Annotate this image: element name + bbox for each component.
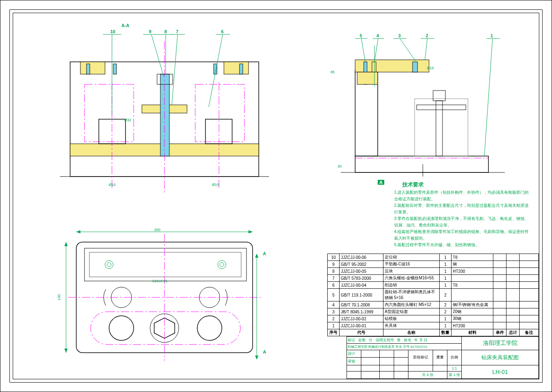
- svg-marker-53: [255, 356, 258, 360]
- section-arrow-A-bot: A: [263, 349, 266, 354]
- bom-row: 8JJZCJJ-00-05压块1HT200: [328, 268, 539, 275]
- svg-rect-31: [89, 252, 241, 277]
- bom-row: 7GB/T 5783-2000六角头螺栓-全螺纹M16×551: [328, 275, 539, 282]
- bom-hdr-code: 代号: [340, 329, 383, 336]
- req-title: 技术要求: [402, 181, 424, 188]
- tb-dept: 机械工程学院 机械设计制造及其 专业 学号 B17022213: [347, 344, 462, 350]
- tb-dwgno: LH-01: [462, 365, 539, 378]
- plan-view: [60, 226, 269, 369]
- title-block: 标记 处数 分 说明文档号 签 姓名 年 月 日 洛阳理工学院 机械工程学院 机…: [347, 336, 539, 379]
- bom-hdr-rem: 备注: [520, 329, 539, 336]
- tb-school: 洛阳理工学院: [462, 337, 539, 350]
- svg-marker-50: [64, 349, 68, 353]
- svg-line-69: [361, 39, 365, 63]
- bom-hdr-num: 序号: [328, 329, 340, 336]
- svg-line-25: [172, 34, 178, 105]
- drawing-frame: A-A 10 9 8 7 6 Ø32 Ø15 Ø15 200 110±0.01 …: [0, 0, 552, 392]
- bom-row: 1JJZCJJ-00-01夹具体1HT200: [328, 322, 539, 329]
- bom-row: 6JJZCJJ-00-04削边销1T8: [328, 282, 539, 289]
- bom-hdr-name: 名称: [383, 329, 440, 336]
- svg-rect-38: [91, 312, 240, 344]
- tb-role-design: 设计: [347, 350, 361, 358]
- section-label: A-A: [121, 23, 130, 28]
- dim-d32: Ø32: [124, 118, 131, 122]
- tb-weight: 重量: [433, 350, 447, 365]
- svg-marker-52: [255, 254, 258, 258]
- dim-d15c: Ø15: [427, 66, 434, 70]
- svg-point-39: [109, 316, 134, 340]
- bom-row: 5GB/T 119.1-2000圆柱销-不淬硬钢和奥氏体不锈钢 5×162: [328, 289, 539, 301]
- bom-row: 4GB/T 70.1-2008内六角圆柱头螺钉 M5×122钢/不锈钢/有色金属: [328, 301, 539, 308]
- svg-marker-46: [76, 230, 80, 233]
- dim-d15b: Ø15: [212, 183, 219, 187]
- req-1: 1.进入装配的零件及部件（包括外购件、外协件），均必须具有检验部门的合格证方能进…: [394, 189, 529, 202]
- tb-r1-5: 姓名: [404, 338, 411, 342]
- section-arrow-A-top: A: [263, 251, 266, 256]
- tb-r1-2: 分: [369, 338, 372, 342]
- balloon-leaders-left: [58, 33, 263, 136]
- bom-hdr-w2: 总计: [506, 329, 520, 336]
- bom-row: 2JJZCJJ-00-02钻模板130钢: [328, 315, 539, 322]
- svg-line-21: [151, 34, 164, 76]
- tb-scale: 1:1: [447, 365, 462, 371]
- svg-point-35: [220, 263, 224, 267]
- dim-130: 130: [57, 294, 61, 300]
- dim-110: 110±0.01: [152, 279, 167, 283]
- tb-r1-6: 年 月 日: [414, 338, 427, 342]
- req-3: 3.零件在装配前必须清理和清洗干净，不得有毛刺、飞边、氧化皮、锈蚀、切屑、油污、…: [394, 215, 529, 229]
- tb-role-check: 审核: [347, 358, 361, 365]
- tb-r1-1: 处数: [358, 338, 366, 342]
- dim-200: 200: [154, 228, 160, 232]
- bom-hdr-w1: 单件: [493, 329, 506, 336]
- tb-title: 钻床夹具装配图: [462, 350, 539, 365]
- tb-ratio: 比例: [447, 350, 462, 365]
- dim-h85: 85: [331, 70, 335, 74]
- tb-r1-0: 标记: [348, 338, 355, 342]
- dim-h30: 30: [338, 164, 342, 168]
- tb-stage: 阶段标记: [408, 350, 433, 365]
- tb-sheet-total: 共 6 张: [408, 371, 447, 378]
- bom-hdr-mat: 材料: [452, 329, 493, 336]
- tech-requirements: 技术要求 1.进入装配的零件及部件（包括外购件、外协件），均必须具有检验部门的合…: [394, 181, 529, 248]
- svg-line-71: [374, 39, 378, 62]
- bom-table: 10JJZCJJ-00-06定位销1T89GB/T 95-2002平垫圈-C级1…: [327, 254, 539, 336]
- req-4: 4.组装前严格检查并消除零件加工时残留的锐角、毛刺和异物。保证密封件装入时不被损…: [394, 229, 529, 242]
- bom-row: 10JJZCJJ-00-06定位销1T8: [328, 254, 539, 261]
- datum-A: A: [378, 180, 384, 185]
- balloon-leaders-right: [341, 37, 513, 160]
- svg-point-34: [218, 261, 226, 269]
- tb-r1-4: 签: [397, 338, 401, 342]
- svg-rect-30: [84, 248, 246, 281]
- svg-point-33: [107, 263, 111, 267]
- svg-line-75: [425, 39, 427, 60]
- svg-point-40: [197, 316, 222, 340]
- bom-row: 3JB/T 8045.1-1999A型固定钻套220钢: [328, 308, 539, 315]
- svg-point-32: [105, 261, 113, 269]
- tb-r1-3: 说明文档号: [376, 338, 394, 342]
- bom-hdr-qty: 数量: [440, 329, 452, 336]
- svg-marker-49: [64, 242, 68, 246]
- req-5: 5.装配过程中零件不允许磕、碰、划伤和锈蚀。: [394, 242, 529, 248]
- req-2: 2.装配前应对零、部件的主要配合尺寸，特别是过盈配合尺寸及相关精度进行复查。: [394, 202, 529, 215]
- bom-row: 9GB/T 95-2002平垫圈-C级161钢: [328, 261, 539, 268]
- dim-d15a: Ø15: [109, 183, 116, 187]
- svg-line-73: [400, 39, 415, 61]
- tb-sheet-num: 第 1 张: [447, 371, 462, 378]
- svg-marker-47: [249, 230, 253, 233]
- svg-line-27: [209, 34, 223, 107]
- svg-line-77: [484, 39, 493, 156]
